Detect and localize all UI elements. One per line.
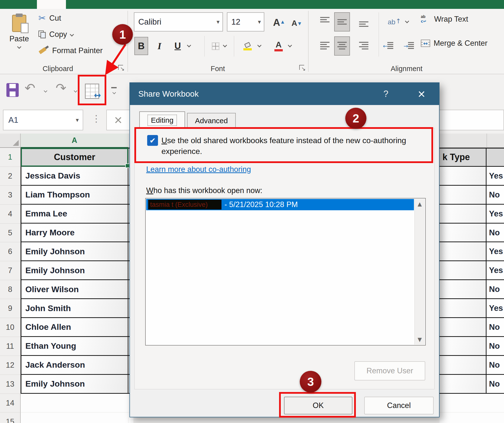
row-number[interactable]: 8 bbox=[0, 280, 21, 299]
cell-flag[interactable]: No bbox=[487, 224, 504, 242]
cell[interactable] bbox=[440, 186, 487, 205]
align-left-button[interactable] bbox=[317, 36, 333, 56]
font-color-chevron-icon[interactable] bbox=[288, 43, 292, 47]
center-button[interactable] bbox=[334, 36, 350, 56]
font-size-combobox[interactable]: 12 ▾ bbox=[227, 12, 264, 31]
row-number[interactable]: 2 bbox=[0, 167, 21, 186]
cell-customer[interactable]: Liam Thompson bbox=[21, 186, 128, 205]
underline-button[interactable]: U bbox=[170, 37, 186, 55]
cell[interactable] bbox=[487, 412, 504, 423]
select-all-corner[interactable] bbox=[0, 134, 21, 148]
row-number[interactable]: 1 bbox=[0, 148, 21, 167]
copy-chevron-icon[interactable] bbox=[70, 32, 74, 37]
row-number[interactable]: 7 bbox=[0, 261, 21, 280]
row-number[interactable]: 5 bbox=[0, 224, 21, 242]
cell[interactable] bbox=[440, 242, 487, 261]
font-name-dropdown-icon[interactable]: ▾ bbox=[217, 18, 220, 25]
cell[interactable] bbox=[440, 280, 487, 299]
cell[interactable] bbox=[440, 356, 487, 375]
increase-font-size-button[interactable]: A▲ bbox=[269, 14, 284, 31]
cell-customer[interactable]: Harry Moore bbox=[21, 224, 128, 242]
cell[interactable] bbox=[440, 375, 487, 394]
row-number[interactable]: 9 bbox=[0, 299, 21, 318]
top-align-button[interactable] bbox=[317, 12, 333, 31]
row-number[interactable]: 11 bbox=[0, 337, 21, 356]
cell-header[interactable] bbox=[487, 148, 504, 167]
formula-bar-grip-icon[interactable]: ⋮ bbox=[92, 113, 101, 124]
cell-customer-header[interactable]: Customer bbox=[21, 148, 128, 167]
cell-customer[interactable]: Jack Anderson bbox=[21, 356, 128, 375]
dialog-help-button[interactable]: ? bbox=[376, 83, 396, 105]
tab-editing[interactable]: Editing bbox=[139, 111, 185, 129]
paste-button[interactable]: Paste bbox=[6, 13, 32, 59]
font-color-button[interactable]: A bbox=[271, 37, 286, 55]
cell[interactable] bbox=[440, 412, 487, 423]
user-list-item[interactable]: tasmia t (Exclusive) - 5/21/2025 10:28 P… bbox=[146, 199, 414, 210]
cell-type-header[interactable]: k Type bbox=[440, 148, 487, 167]
decrease-indent-button[interactable]: ← bbox=[381, 39, 395, 53]
orientation-button[interactable]: ab↗ bbox=[383, 15, 400, 30]
merge-center-button[interactable]: ↔ Merge & Center bbox=[421, 39, 488, 48]
cancel-entry-icon[interactable]: × bbox=[114, 113, 122, 127]
cell-flag[interactable]: No bbox=[487, 186, 504, 205]
cell[interactable] bbox=[487, 394, 504, 413]
cell-flag[interactable]: No bbox=[487, 375, 504, 394]
row-number[interactable]: 13 bbox=[0, 375, 21, 394]
users-listbox[interactable]: tasmia t (Exclusive) - 5/21/2025 10:28 P… bbox=[145, 198, 426, 346]
undo-icon[interactable]: ↶ bbox=[25, 82, 35, 94]
middle-align-button[interactable] bbox=[334, 12, 350, 31]
cell[interactable] bbox=[440, 261, 487, 280]
cell-customer[interactable]: Emily Johnson bbox=[21, 375, 128, 394]
paste-chevron-icon[interactable] bbox=[17, 45, 21, 49]
italic-button[interactable]: I bbox=[154, 37, 165, 55]
cell-customer[interactable]: Emily Johnson bbox=[21, 242, 128, 261]
scroll-up-icon[interactable]: ▲ bbox=[415, 201, 425, 207]
orientation-chevron-icon[interactable] bbox=[405, 19, 409, 23]
font-name-combobox[interactable]: Calibri ▾ bbox=[134, 12, 223, 31]
cell[interactable] bbox=[440, 224, 487, 242]
bottom-align-button[interactable] bbox=[356, 12, 372, 31]
cell[interactable] bbox=[440, 394, 487, 413]
row-number[interactable]: 15 bbox=[0, 412, 21, 423]
align-right-button[interactable] bbox=[356, 36, 372, 56]
cell-flag[interactable]: No bbox=[487, 356, 504, 375]
cell[interactable] bbox=[440, 318, 487, 337]
cell-customer[interactable]: John Smith bbox=[21, 299, 128, 318]
cell[interactable] bbox=[440, 337, 487, 356]
column-header-a[interactable]: A bbox=[21, 134, 128, 148]
bold-button[interactable]: B bbox=[134, 37, 148, 55]
cancel-button[interactable]: Cancel bbox=[364, 397, 434, 414]
cell-flag[interactable]: No bbox=[487, 337, 504, 356]
increase-indent-button[interactable]: → bbox=[402, 39, 416, 53]
tab-advanced[interactable]: Advanced bbox=[187, 113, 236, 129]
cell-customer[interactable]: Emily Johnson bbox=[21, 261, 128, 280]
cell-customer[interactable]: Emma Lee bbox=[21, 205, 128, 224]
redo-icon[interactable]: ↷ bbox=[56, 82, 66, 94]
learn-more-link[interactable]: Learn more about co-authoring bbox=[146, 165, 251, 174]
cell[interactable] bbox=[440, 299, 487, 318]
font-dialog-launcher-icon[interactable] bbox=[299, 65, 304, 70]
cell-customer[interactable]: Chloe Allen bbox=[21, 318, 128, 337]
cell[interactable] bbox=[21, 412, 128, 423]
cell-flag[interactable]: Yes bbox=[487, 167, 504, 186]
cell-flag[interactable]: No bbox=[487, 318, 504, 337]
underline-chevron-icon[interactable] bbox=[187, 43, 191, 47]
copy-button[interactable]: Copy bbox=[38, 30, 73, 39]
row-number[interactable]: 14 bbox=[0, 394, 21, 413]
cell-flag[interactable]: Yes bbox=[487, 261, 504, 280]
cell-flag[interactable]: Yes bbox=[487, 242, 504, 261]
row-number[interactable]: 10 bbox=[0, 318, 21, 337]
font-size-dropdown-icon[interactable]: ▾ bbox=[258, 18, 261, 25]
format-painter-button[interactable]: Format Painter bbox=[39, 46, 103, 55]
cell-flag[interactable]: Yes bbox=[487, 299, 504, 318]
cell-flag[interactable]: Yes bbox=[487, 205, 504, 224]
fill-color-chevron-icon[interactable] bbox=[257, 43, 262, 47]
qat-more-commands-button[interactable] bbox=[111, 87, 117, 95]
borders-chevron-icon[interactable] bbox=[223, 43, 227, 47]
cell[interactable] bbox=[440, 205, 487, 224]
cell-customer[interactable]: Oliver Wilson bbox=[21, 280, 128, 299]
name-box[interactable]: A1 ▾ bbox=[3, 110, 83, 130]
active-ribbon-tab-notch[interactable] bbox=[37, 0, 66, 9]
row-number[interactable]: 3 bbox=[0, 186, 21, 205]
row-number[interactable]: 4 bbox=[0, 205, 21, 224]
